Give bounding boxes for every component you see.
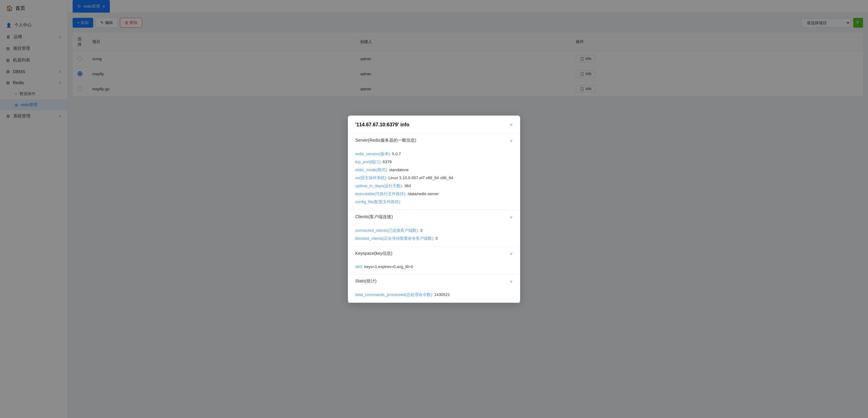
main: ↻ redis管理 × + 添加 ✎ 编辑 🗑 删除 请选择项目 🔍 — [68, 0, 868, 418]
info-row: executable(可执行文件路径): /data/redis-server — [355, 191, 513, 197]
info-key: blocked_clients(正在等待阻塞命令客户端数): — [355, 236, 434, 241]
info-val: 3 — [420, 228, 422, 233]
info-val: Linux 3.10.0-957.el7.x86_64 x86_64 — [389, 175, 453, 180]
info-key: total_commands_processed(总处理命令数): — [355, 292, 433, 297]
modal-close-button[interactable]: × — [509, 122, 513, 128]
info-row: redis_mode(模式): standalone — [355, 167, 513, 173]
clients-section-header[interactable]: Clients(客户端连接) ∨ — [348, 210, 520, 224]
stats-chevron-icon: ∨ — [510, 279, 513, 284]
modal-body: Server(Redis服务器的一般信息) ∨ redis_version(版本… — [348, 133, 520, 303]
keyspace-section-title: Keyspace(key信息) — [355, 251, 393, 256]
modal-overlay[interactable]: '114.67.67.10:6379' info × Server(Redis服… — [68, 13, 868, 418]
info-row: connected_clients(已连接客户端数): 3 — [355, 228, 513, 233]
stats-section-title: Stats(统计) — [355, 279, 376, 284]
info-row: blocked_clients(正在等待阻塞命令客户端数): 0 — [355, 236, 513, 241]
info-row: total_commands_processed(总处理命令数): 143052… — [355, 292, 513, 297]
stats-section: Stats(统计) ∨ total_commands_processed(总处理… — [348, 274, 520, 303]
info-val: standalone — [389, 167, 409, 172]
info-row: uptime_in_days(运行天数): 364 — [355, 183, 513, 189]
info-val: 1430521 — [434, 292, 450, 297]
info-val: 5.0.7 — [392, 152, 401, 156]
server-section: Server(Redis服务器的一般信息) ∨ redis_version(版本… — [348, 133, 520, 210]
clients-section-title: Clients(客户端连接) — [355, 214, 393, 220]
info-val: 0 — [436, 236, 438, 240]
content-area: + 添加 ✎ 编辑 🗑 删除 请选择项目 🔍 选择 项目 创建人 — [68, 13, 868, 418]
info-key: connected_clients(已连接客户端数): — [355, 228, 419, 233]
modal-title: '114.67.67.10:6379' info — [355, 122, 409, 128]
keyspace-section-content: db0: keys=1,expires=0,avg_ttl=0 — [348, 261, 520, 274]
modal-header: '114.67.67.10:6379' info × — [348, 116, 520, 133]
info-key: redis_version(版本): — [355, 151, 391, 157]
clients-chevron-icon: ∨ — [510, 215, 513, 220]
info-key: db0: — [355, 264, 363, 269]
keyspace-section: Keyspace(key信息) ∨ db0: keys=1,expires=0,… — [348, 247, 520, 274]
clients-section: Clients(客户端连接) ∨ connected_clients(已连接客户… — [348, 210, 520, 247]
server-section-header[interactable]: Server(Redis服务器的一般信息) ∨ — [348, 133, 520, 148]
info-key: config_file(配置文件路径): — [355, 199, 401, 205]
info-val: 364 — [404, 184, 411, 188]
clients-section-content: connected_clients(已连接客户端数): 3 blocked_cl… — [348, 224, 520, 246]
info-key: tcp_port(端口): — [355, 159, 381, 165]
info-row: config_file(配置文件路径): — [355, 199, 513, 205]
info-key: uptime_in_days(运行天数): — [355, 183, 403, 189]
server-chevron-icon: ∨ — [510, 138, 513, 143]
info-key: redis_mode(模式): — [355, 167, 388, 173]
server-section-content: redis_version(版本): 5.0.7 tcp_port(端口): 6… — [348, 148, 520, 210]
stats-section-content: total_commands_processed(总处理命令数): 143052… — [348, 288, 520, 302]
keyspace-chevron-icon: ∨ — [510, 251, 513, 256]
stats-section-header[interactable]: Stats(统计) ∨ — [348, 274, 520, 288]
info-row: tcp_port(端口): 6379 — [355, 159, 513, 165]
info-val: keys=1,expires=0,avg_ttl=0 — [364, 264, 413, 269]
info-val: /data/redis-server — [407, 191, 439, 196]
info-key: os(宿主操作系统): — [355, 175, 387, 181]
server-section-title: Server(Redis服务器的一般信息) — [355, 138, 416, 143]
info-key: executable(可执行文件路径): — [355, 191, 406, 197]
info-modal: '114.67.67.10:6379' info × Server(Redis服… — [348, 116, 520, 303]
info-row: os(宿主操作系统): Linux 3.10.0-957.el7.x86_64 … — [355, 175, 513, 181]
info-row: db0: keys=1,expires=0,avg_ttl=0 — [355, 264, 513, 269]
keyspace-section-header[interactable]: Keyspace(key信息) ∨ — [348, 247, 520, 261]
info-row: redis_version(版本): 5.0.7 — [355, 151, 513, 157]
info-val: 6379 — [383, 160, 392, 164]
